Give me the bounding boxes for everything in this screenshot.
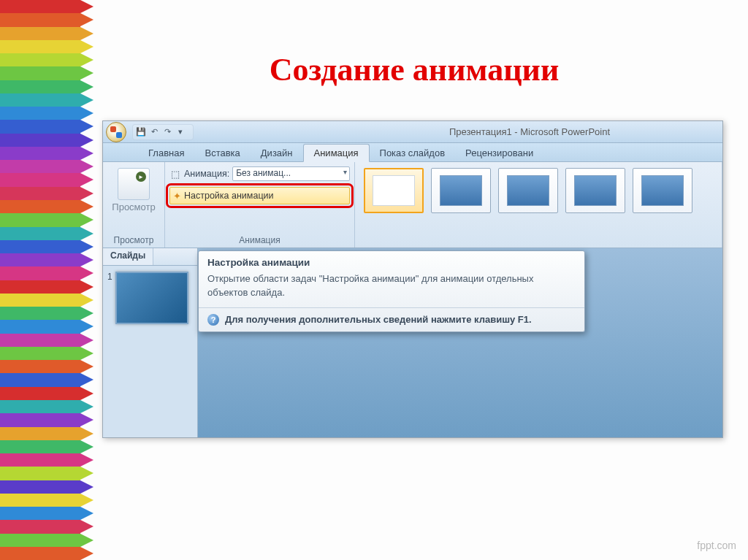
sidebar-tabs: Слайды: [103, 248, 197, 266]
powerpoint-screenshot: 💾 ↶ ↷ ▾ Презентация1 - Microsoft PowerPo…: [102, 120, 723, 438]
transition-option-3[interactable]: [565, 168, 625, 213]
tab-home[interactable]: Главная: [138, 145, 194, 161]
tab-animation[interactable]: Анимация: [303, 144, 370, 162]
transitions-group: [355, 162, 722, 248]
transition-option-4[interactable]: [633, 168, 692, 213]
preview-icon: [118, 168, 150, 200]
tooltip-help-text: Для получения дополнительных сведений на…: [225, 314, 532, 325]
preview-button-label: Просмотр: [107, 202, 160, 212]
tab-slides[interactable]: Слайды: [103, 248, 153, 265]
redo-icon[interactable]: ↷: [162, 127, 172, 137]
help-icon: ?: [207, 314, 219, 326]
transition-none[interactable]: [364, 168, 424, 213]
animation-dropdown-row: ⬚ Анимация: Без анимац...: [169, 165, 350, 183]
custom-animation-label: Настройка анимации: [184, 191, 274, 201]
ribbon-tabs: Главная Вставка Дизайн Анимация Показ сл…: [103, 143, 722, 162]
window-titlebar: 💾 ↶ ↷ ▾ Презентация1 - Microsoft PowerPo…: [103, 121, 722, 143]
animation-group: ⬚ Анимация: Без анимац... ✦ Настройка ан…: [165, 162, 355, 248]
watermark: fppt.com: [697, 540, 736, 551]
custom-animation-button[interactable]: ✦ Настройка анимации: [169, 187, 350, 204]
animation-row-icon: ⬚: [169, 168, 181, 180]
office-button[interactable]: [106, 122, 126, 142]
transition-option-2[interactable]: [498, 168, 558, 213]
preview-button[interactable]: Просмотр: [107, 168, 160, 212]
slide-thumbnail-item[interactable]: 1: [103, 266, 197, 330]
slide-thumbnail: [115, 272, 188, 324]
star-icon: ✦: [173, 191, 181, 202]
animation-group-label: Анимация: [169, 234, 350, 248]
preview-group: Просмотр Просмотр: [103, 162, 165, 248]
tooltip-title: Настройка анимации: [199, 251, 584, 271]
quick-access-toolbar: 💾 ↶ ↷ ▾: [132, 124, 194, 140]
tab-slideshow[interactable]: Показ слайдов: [370, 145, 456, 161]
undo-icon[interactable]: ↶: [149, 127, 159, 137]
transition-option-1[interactable]: [431, 168, 491, 213]
tab-insert[interactable]: Вставка: [194, 145, 250, 161]
animation-dropdown[interactable]: Без анимац...: [232, 166, 350, 181]
ribbon-body: Просмотр Просмотр ⬚ Анимация: Без анимац…: [103, 162, 722, 248]
screen-tip: Настройка анимации Открытие области зада…: [198, 250, 585, 332]
preview-group-label: Просмотр: [107, 234, 160, 248]
slide-number: 1: [107, 272, 112, 324]
slide-title: Создание анимации: [0, 51, 748, 88]
animation-label: Анимация:: [184, 169, 229, 179]
slides-sidebar: Слайды 1: [103, 248, 198, 438]
tab-design[interactable]: Дизайн: [251, 145, 303, 161]
tooltip-body: Открытие области задач "Настройка анимац…: [199, 271, 584, 307]
window-title-text: Презентация1 - Microsoft PowerPoint: [194, 126, 720, 137]
tab-review[interactable]: Рецензировани: [455, 145, 543, 161]
tooltip-help: ? Для получения дополнительных сведений …: [199, 307, 584, 331]
save-icon[interactable]: 💾: [136, 127, 146, 137]
qat-dropdown-icon[interactable]: ▾: [175, 127, 186, 137]
transitions-gallery: [364, 168, 719, 213]
